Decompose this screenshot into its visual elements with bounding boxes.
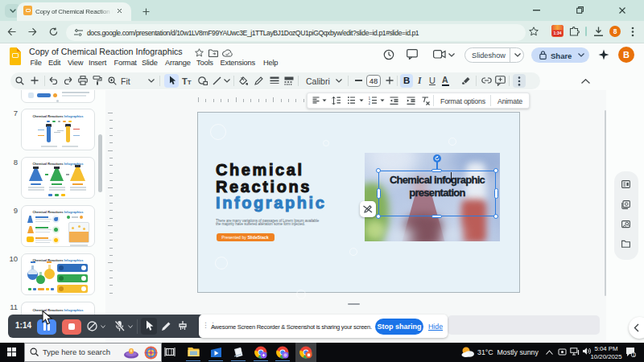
svg-text:1: 1 [633, 352, 635, 357]
svg-text:2: 2 [369, 101, 371, 105]
svg-text:1: 1 [369, 97, 371, 101]
